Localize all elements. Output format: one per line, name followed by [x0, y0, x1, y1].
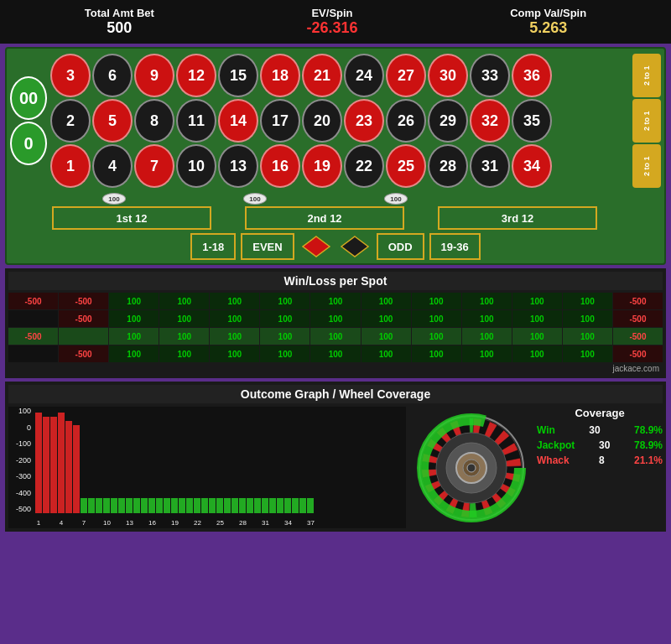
- y-label-m200: -200: [16, 456, 31, 465]
- num-2[interactable]: 2: [50, 99, 91, 143]
- side-bet-3[interactable]: 2 to 1: [632, 144, 661, 188]
- num-10[interactable]: 10: [176, 144, 216, 188]
- bar-34: [284, 498, 291, 513]
- num-11[interactable]: 11: [176, 99, 216, 143]
- num-14[interactable]: 14: [218, 99, 258, 143]
- wl-row-4: -500 100 100 100 100 100 100 100 100 100…: [8, 345, 663, 362]
- num-26[interactable]: 26: [386, 99, 426, 143]
- num-9[interactable]: 9: [134, 54, 174, 97]
- dozen3-button[interactable]: 3rd 12: [438, 206, 597, 230]
- x-skip17: [224, 519, 231, 527]
- num-16[interactable]: 16: [260, 144, 300, 188]
- num-7[interactable]: 7: [134, 144, 174, 188]
- bar-23: [201, 498, 208, 513]
- bar-33: [277, 498, 283, 513]
- wl-r4c11: 100: [512, 345, 562, 362]
- wl-r3c5: 100: [210, 328, 259, 345]
- side-bet-1[interactable]: 2 to 1: [632, 54, 661, 97]
- wl-r4c6: 100: [260, 345, 309, 362]
- wl-r1c1: -500: [8, 293, 58, 309]
- x-skip13: [179, 519, 185, 527]
- y-label-0: 0: [27, 423, 31, 432]
- wl-r3c8: 100: [362, 328, 411, 345]
- svg-point-9: [467, 464, 476, 472]
- num-8[interactable]: 8: [134, 99, 174, 143]
- x-skip6: [96, 519, 102, 527]
- num-13[interactable]: 13: [218, 144, 258, 188]
- wl-r4c12: 100: [563, 345, 612, 362]
- x-37: 37: [307, 519, 314, 527]
- num-28[interactable]: 28: [428, 144, 468, 188]
- num-30[interactable]: 30: [428, 54, 468, 97]
- num-19[interactable]: 19: [302, 144, 342, 188]
- double-zero[interactable]: 00: [10, 76, 47, 120]
- num-29[interactable]: 29: [428, 99, 468, 143]
- btn-even[interactable]: EVEN: [241, 233, 294, 260]
- num-36[interactable]: 36: [512, 54, 552, 97]
- num-12[interactable]: 12: [176, 54, 216, 97]
- num-21[interactable]: 21: [302, 54, 342, 97]
- num-27[interactable]: 27: [386, 54, 426, 97]
- dozen2-button[interactable]: 2nd 12: [245, 206, 404, 230]
- wl-r3c6: 100: [260, 328, 309, 345]
- red-diamond[interactable]: [299, 233, 333, 260]
- bar-22: [194, 498, 200, 513]
- btn-odd[interactable]: ODD: [377, 233, 424, 260]
- coverage-title: Coverage: [537, 407, 663, 419]
- wl-r1c3: 100: [109, 293, 159, 309]
- bar-12: [118, 498, 125, 513]
- wl-r4c2: -500: [59, 345, 108, 362]
- bar-4: [58, 413, 65, 513]
- x-7: 7: [81, 519, 87, 527]
- num-20[interactable]: 20: [302, 99, 342, 143]
- coverage-whack-row: Whack 8 21.1%: [537, 454, 663, 466]
- x-skip3: [65, 519, 72, 527]
- x-skip10: [141, 519, 148, 527]
- bar-16: [148, 498, 155, 513]
- coverage-win-label: Win: [537, 424, 555, 436]
- total-amt-bet-label: Total Amt Bet: [85, 7, 154, 19]
- wl-r3c4: 100: [159, 328, 209, 345]
- num-32[interactable]: 32: [470, 99, 510, 143]
- single-zero[interactable]: 0: [10, 122, 47, 165]
- x-skip8: [118, 519, 125, 527]
- black-diamond[interactable]: [338, 233, 372, 260]
- wl-r1c10: 100: [462, 293, 512, 309]
- wl-r4c10: 100: [462, 345, 512, 362]
- numbers-row-1: 3 6 9 12 15 18 21 24 27 30 33 36: [50, 54, 628, 97]
- dozen1-button[interactable]: 1st 12: [52, 206, 211, 230]
- num-25[interactable]: 25: [386, 144, 426, 188]
- num-24[interactable]: 24: [344, 54, 384, 97]
- num-23[interactable]: 23: [344, 99, 384, 143]
- num-6[interactable]: 6: [92, 54, 133, 97]
- roulette-layout: 00 0 3 6 9 12 15 18 21 24 27 30 33 36 2: [10, 54, 661, 188]
- num-33[interactable]: 33: [470, 54, 510, 97]
- num-22[interactable]: 22: [344, 144, 384, 188]
- wl-r3c13: -500: [613, 328, 663, 345]
- coverage-win-count: 30: [589, 424, 600, 436]
- wl-r3c2: [59, 328, 108, 345]
- num-35[interactable]: 35: [512, 99, 552, 143]
- wl-row-3: -500 100 100 100 100 100 100 100 100 100…: [8, 328, 663, 345]
- num-34[interactable]: 34: [512, 144, 552, 188]
- wl-r2c6: 100: [260, 310, 309, 327]
- num-1[interactable]: 1: [50, 144, 91, 188]
- wl-r1c6: 100: [260, 293, 309, 309]
- btn-1-18[interactable]: 1-18: [190, 233, 236, 260]
- wl-r2c4: 100: [159, 310, 209, 327]
- wl-r2c9: 100: [412, 310, 461, 327]
- wl-r2c8: 100: [362, 310, 411, 327]
- num-17[interactable]: 17: [260, 99, 300, 143]
- wheel-area: [413, 407, 530, 528]
- side-bet-2[interactable]: 2 to 1: [632, 99, 661, 143]
- numbers-grid: 3 6 9 12 15 18 21 24 27 30 33 36 2 5 8 1…: [50, 54, 628, 188]
- num-5[interactable]: 5: [92, 99, 133, 143]
- num-15[interactable]: 15: [218, 54, 258, 97]
- x-skip19: [247, 519, 253, 527]
- x-34: 34: [284, 519, 291, 527]
- btn-19-36[interactable]: 19-36: [429, 233, 481, 260]
- num-31[interactable]: 31: [470, 144, 510, 188]
- num-3[interactable]: 3: [50, 54, 91, 97]
- num-4[interactable]: 4: [92, 144, 133, 188]
- num-18[interactable]: 18: [260, 54, 300, 97]
